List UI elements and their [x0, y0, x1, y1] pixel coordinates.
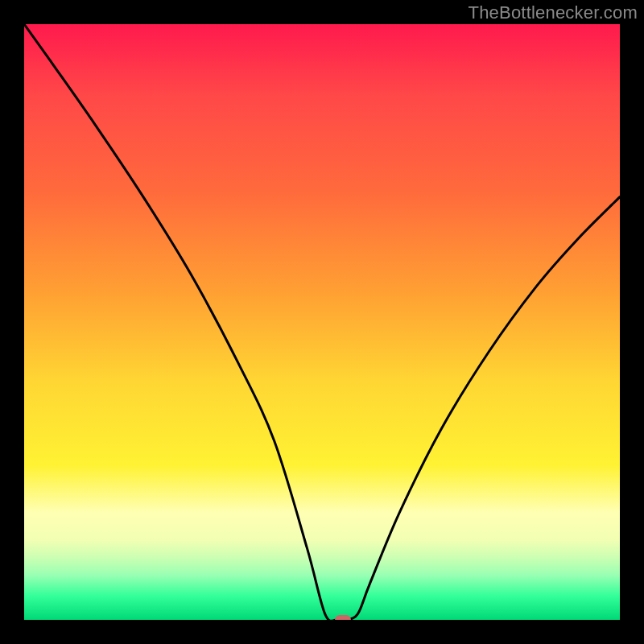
chart-frame: TheBottlenecker.com	[0, 0, 644, 644]
bottleneck-curve	[24, 24, 620, 620]
watermark-text: TheBottlenecker.com	[469, 2, 638, 23]
optimal-point-marker	[335, 615, 351, 620]
plot-area	[24, 24, 620, 620]
